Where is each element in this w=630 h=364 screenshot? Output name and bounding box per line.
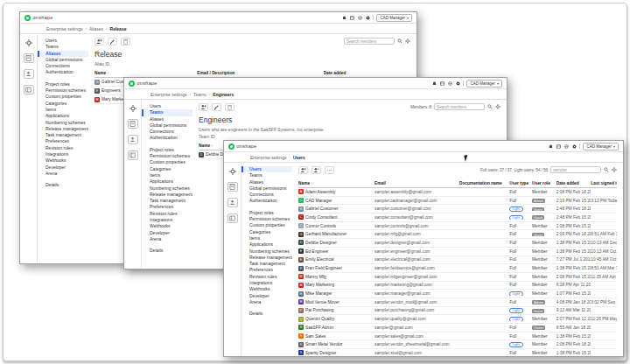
versions-grid-icon[interactable] xyxy=(349,15,354,20)
sidebar-item[interactable]: Arena xyxy=(38,171,88,177)
sidebar-item[interactable]: Connections xyxy=(142,129,192,135)
search-input[interactable]: Search members xyxy=(344,38,395,45)
sidebar-item[interactable]: Numbering schemes xyxy=(38,120,88,126)
library-icon[interactable] xyxy=(228,214,238,223)
documents-icon[interactable] xyxy=(228,182,238,192)
sidebar-item[interactable]: Connections xyxy=(242,192,292,198)
sidebar-item[interactable]: Revision rules xyxy=(142,211,192,217)
gear-icon[interactable] xyxy=(495,104,500,109)
sidebar-item[interactable]: Details xyxy=(242,311,292,317)
sidebar-item[interactable]: Applications xyxy=(38,113,88,119)
help-icon[interactable] xyxy=(365,15,370,20)
column-email[interactable]: Email xyxy=(374,181,459,186)
sidebar-item[interactable]: Revision rules xyxy=(38,145,88,151)
sidebar-item[interactable]: Details xyxy=(142,248,192,254)
library-icon[interactable] xyxy=(128,150,138,160)
sidebar-item[interactable]: Custom properties xyxy=(242,222,292,228)
sidebar-item[interactable]: Preferences xyxy=(38,138,88,144)
user-type[interactable]: Light xyxy=(509,308,522,313)
sidebar-item[interactable]: Users xyxy=(142,103,192,109)
notifications-bell-icon[interactable] xyxy=(548,144,553,149)
user-type[interactable]: Full xyxy=(509,224,516,228)
user-type[interactable]: Full xyxy=(509,241,516,245)
add-member-button[interactable] xyxy=(94,38,104,46)
sidebar-item[interactable]: Project roles xyxy=(142,147,192,153)
sidebar-item[interactable]: Developer xyxy=(142,230,192,236)
sidebar-item[interactable]: Details xyxy=(38,182,88,188)
column-date-added[interactable]: Date added xyxy=(324,71,410,75)
members-icon[interactable] xyxy=(128,135,138,144)
sidebar-item[interactable]: Global permissions xyxy=(142,122,192,129)
table-row[interactable]: P Pat Purchasing sampler.purchasing@gmai… xyxy=(298,307,617,316)
user-type[interactable]: Full xyxy=(509,283,516,287)
sidebar-item[interactable]: Global permissions xyxy=(38,57,88,63)
table-row[interactable]: C Cindy Consultant sampler.consultant@gm… xyxy=(298,214,617,222)
table-row[interactable]: S Sam Sales sampler.sales@gmail.com Full… xyxy=(298,332,617,341)
sidebar-item[interactable]: Webhooks xyxy=(242,286,292,292)
sidebar-item[interactable]: Global permissions xyxy=(242,186,292,192)
gear-icon[interactable] xyxy=(405,38,410,44)
add-user-button[interactable] xyxy=(298,166,308,174)
sidebar-item[interactable]: Authentication xyxy=(38,69,88,75)
sidebar-item[interactable]: Teams xyxy=(38,44,88,50)
user-type[interactable]: Light xyxy=(509,206,522,212)
user-role[interactable]: Member xyxy=(532,291,548,296)
gear-icon[interactable] xyxy=(612,167,617,172)
table-row[interactable]: F Fran Field Engineer sampler.fieldservi… xyxy=(298,264,617,273)
sidebar-item[interactable]: Arena xyxy=(242,299,292,305)
table-row[interactable]: A Adam Assembly sampler.assembly@gmail.c… xyxy=(298,188,617,197)
table-row[interactable]: S Smart Metal Vendor sampler.vendor_shee… xyxy=(298,340,617,349)
user-type[interactable]: Light xyxy=(509,291,522,297)
user-role[interactable]: Member xyxy=(532,224,548,228)
user-role[interactable]: Admin xyxy=(532,300,545,304)
table-row[interactable]: D Debbie Designer sampler.designer@gmail… xyxy=(298,239,617,248)
help-icon[interactable] xyxy=(455,80,460,86)
user-type[interactable]: Full xyxy=(509,351,516,355)
sidebar-item[interactable]: Webhooks xyxy=(38,158,88,164)
sidebar-item[interactable]: Integrations xyxy=(38,151,88,158)
versions-grid-icon[interactable] xyxy=(556,144,561,149)
search-icon[interactable] xyxy=(604,167,609,172)
user-type[interactable]: Full xyxy=(509,232,516,236)
breadcrumb-aliases[interactable]: Aliases xyxy=(89,26,103,32)
sidebar-item[interactable]: Developer xyxy=(242,293,292,299)
user-type[interactable]: Full xyxy=(509,275,516,279)
versions-grid-icon[interactable] xyxy=(439,80,444,86)
delete-button[interactable] xyxy=(121,38,130,46)
sidebar-item[interactable]: Developer xyxy=(38,164,88,171)
notifications-bell-icon[interactable] xyxy=(431,80,437,86)
sidebar-item[interactable]: Numbering schemes xyxy=(242,248,292,255)
add-member-button[interactable] xyxy=(199,103,208,111)
sidebar-item[interactable]: Items xyxy=(242,235,292,242)
user-type[interactable]: Full xyxy=(509,190,516,194)
sidebar-item[interactable]: Integrations xyxy=(142,217,192,223)
edit-button[interactable] xyxy=(108,38,117,46)
user-type[interactable]: Full xyxy=(509,334,516,339)
column-user-type[interactable]: User type xyxy=(509,181,532,186)
table-row[interactable]: M Mod Venue Mover sampler.vendor_mod@gma… xyxy=(298,298,617,307)
column-documentation-name[interactable]: Documentation name xyxy=(459,181,509,186)
sidebar-item[interactable]: Teams xyxy=(242,172,292,178)
user-role[interactable]: Member xyxy=(532,334,548,339)
user-role[interactable]: Guest xyxy=(532,233,544,237)
sidebar-item[interactable]: Items xyxy=(142,172,192,178)
sidebar-item[interactable]: Webhooks xyxy=(142,223,192,229)
sidebar-item[interactable]: Categories xyxy=(38,101,88,107)
sidebar-item[interactable]: Aliases xyxy=(38,51,88,57)
share-icon[interactable] xyxy=(357,15,362,20)
user-type[interactable]: Full xyxy=(509,257,516,262)
user-type[interactable]: Full xyxy=(509,300,516,304)
table-row[interactable]: E Emily Electrical sampler.electrical@gm… xyxy=(298,256,617,265)
user-role[interactable]: Guest xyxy=(532,309,544,313)
settings-gear-icon[interactable] xyxy=(228,166,238,176)
user-role[interactable]: Member xyxy=(532,351,548,355)
sidebar-item[interactable]: Permission schemes xyxy=(242,216,292,222)
table-row[interactable]: G Gerhard Manufacturer sampler.mfg@gmail… xyxy=(298,230,617,239)
column-date-added[interactable]: Date added xyxy=(556,181,592,186)
column-last-signed-in[interactable]: Last signed in xyxy=(591,181,617,186)
sidebar-item[interactable]: Release management xyxy=(242,255,292,261)
sidebar-item[interactable]: Custom properties xyxy=(38,94,88,100)
table-row[interactable]: S Sparky Designer sampler.stud@gmail.com… xyxy=(298,349,617,356)
table-row[interactable]: M Manny Mfg sampler.mfgengineer@gmail.co… xyxy=(298,273,617,282)
user-role[interactable]: Member xyxy=(532,342,548,346)
